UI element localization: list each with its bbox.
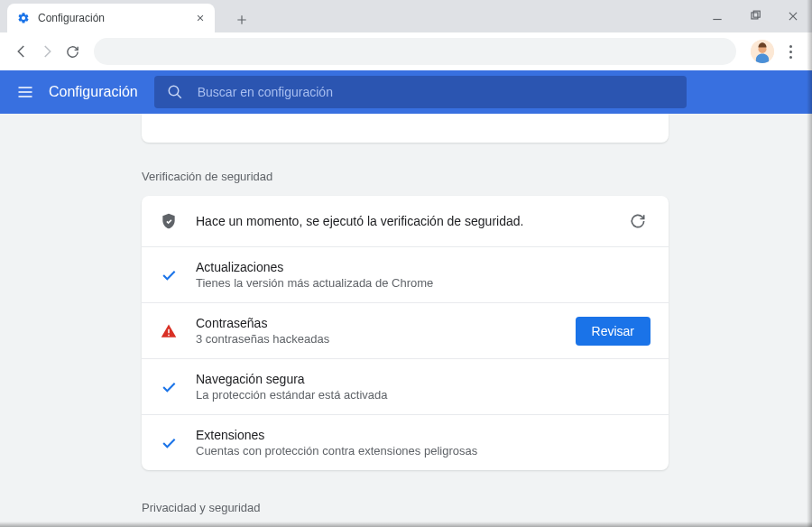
browser-menu-button[interactable] (778, 39, 803, 64)
gear-icon (16, 11, 31, 25)
settings-search[interactable] (154, 76, 687, 108)
safe-browsing-title: Navegación segura (196, 372, 651, 386)
browser-tab[interactable]: Configuración (7, 4, 215, 32)
svg-rect-0 (752, 13, 758, 19)
settings-title: Configuración (49, 84, 138, 100)
new-tab-button[interactable] (229, 7, 254, 32)
window-controls (709, 0, 801, 32)
address-bar[interactable] (94, 38, 736, 65)
safe-browsing-sub: La protección estándar está activada (196, 388, 651, 402)
settings-search-input[interactable] (198, 85, 674, 99)
maximize-icon[interactable] (747, 8, 763, 24)
svg-rect-1 (753, 11, 760, 17)
review-passwords-button[interactable]: Revisar (576, 317, 651, 346)
svg-rect-6 (168, 334, 170, 336)
passwords-title: Contraseñas (196, 316, 565, 330)
browser-toolbar (0, 32, 812, 70)
security-check-safe-browsing-row[interactable]: Navegación segura La protección estándar… (142, 359, 669, 415)
security-check-section-label: Verificación de seguridad (142, 170, 669, 183)
check-icon (160, 434, 178, 452)
updates-title: Actualizaciones (196, 260, 651, 274)
warning-icon (160, 322, 178, 340)
back-button[interactable] (9, 39, 34, 64)
minimize-icon[interactable] (709, 8, 725, 24)
security-check-card: Hace un momento, se ejecutó la verificac… (142, 196, 669, 470)
security-check-passwords-row[interactable]: Contraseñas 3 contraseñas hackeadas Revi… (142, 303, 669, 359)
privacy-section-label: Privacidad y seguridad (142, 501, 669, 514)
security-check-summary-row: Hace un momento, se ejecutó la verificac… (142, 196, 669, 247)
security-check-updates-row[interactable]: Actualizaciones Tienes la versión más ac… (142, 247, 669, 303)
settings-toolbar: Configuración (0, 70, 812, 114)
window-tab-strip: Configuración (0, 0, 812, 32)
menu-icon[interactable] (13, 79, 38, 105)
svg-rect-5 (168, 328, 170, 333)
close-icon[interactable] (193, 11, 208, 25)
security-check-summary-text: Hace un momento, se ejecutó la verificac… (196, 214, 614, 228)
reload-button[interactable] (60, 39, 85, 64)
shield-check-icon (160, 212, 178, 230)
security-check-extensions-row[interactable]: Extensiones Cuentas con protección contr… (142, 415, 669, 470)
tab-title: Configuración (38, 12, 193, 24)
search-icon (167, 84, 183, 100)
extensions-title: Extensiones (196, 428, 651, 442)
forward-button[interactable] (34, 39, 60, 64)
passwords-sub: 3 contraseñas hackeadas (196, 332, 565, 346)
extensions-sub: Cuentas con protección contra extensione… (196, 444, 651, 458)
close-window-icon[interactable] (785, 8, 801, 24)
svg-point-4 (169, 86, 179, 96)
rerun-check-button[interactable] (625, 208, 651, 234)
previous-card-bottom (142, 114, 669, 143)
settings-page: Verificación de seguridad Hace un moment… (0, 114, 812, 527)
check-icon (160, 266, 178, 284)
profile-avatar[interactable] (751, 40, 774, 63)
updates-sub: Tienes la versión más actualizada de Chr… (196, 276, 651, 290)
check-icon (160, 378, 178, 396)
